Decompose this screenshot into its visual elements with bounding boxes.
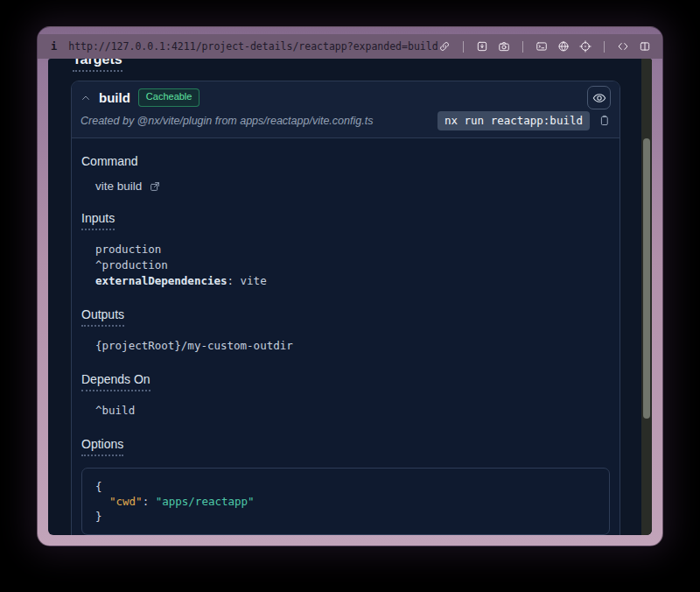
build-card-body: Command vite build Inputs production ^pr… bbox=[72, 138, 620, 535]
globe-icon[interactable] bbox=[557, 40, 570, 53]
toolbar-divider bbox=[463, 41, 464, 53]
outputs-list: {projectRoot}/my-custom-outdir bbox=[95, 338, 610, 354]
link-icon[interactable] bbox=[438, 40, 451, 53]
run-command-chip: nx run reactapp:build bbox=[438, 111, 590, 130]
command-section-heading: Command bbox=[81, 154, 610, 168]
run-command-group: nx run reactapp:build bbox=[438, 111, 611, 130]
inputs-list: production ^production externalDependenc… bbox=[95, 242, 610, 289]
target-locate-icon[interactable] bbox=[579, 40, 592, 53]
json-line: "cwd": "apps/reactapp" bbox=[95, 494, 596, 509]
input-item: ^production bbox=[95, 257, 610, 273]
depends-on-item: ^build bbox=[95, 403, 610, 419]
target-card-build: build Cacheable Created by @nx/vite/plug… bbox=[71, 81, 620, 535]
created-by-text: Created by @nx/vite/plugin from apps/rea… bbox=[80, 115, 373, 127]
cacheable-badge: Cacheable bbox=[138, 88, 200, 106]
scrollbar-thumb[interactable] bbox=[643, 138, 650, 419]
output-item: {projectRoot}/my-custom-outdir bbox=[95, 338, 610, 354]
outputs-section-heading: Outputs bbox=[81, 307, 610, 327]
camera-icon[interactable] bbox=[498, 40, 510, 53]
terminal-icon[interactable] bbox=[536, 40, 548, 53]
json-line: } bbox=[95, 509, 596, 524]
view-target-details-button[interactable] bbox=[587, 86, 611, 109]
eye-icon bbox=[592, 91, 606, 105]
screenshot-save-icon[interactable] bbox=[476, 40, 488, 53]
copy-command-button[interactable] bbox=[598, 114, 611, 127]
browser-window: i http://127.0.0.1:4211/project-details/… bbox=[37, 26, 663, 546]
target-name: build bbox=[99, 90, 130, 105]
split-view-icon[interactable] bbox=[639, 40, 651, 53]
input-item: externalDependencies: vite bbox=[95, 273, 610, 289]
toolbar-divider bbox=[604, 41, 605, 53]
scrollbar-track[interactable] bbox=[641, 59, 652, 535]
project-details-page: Targets build Cacheable Created by @nx/v… bbox=[48, 59, 652, 535]
depends-on-list: ^build bbox=[95, 403, 610, 419]
options-section-heading: Options bbox=[81, 437, 610, 456]
build-header-row[interactable]: build Cacheable bbox=[80, 86, 611, 109]
targets-heading: Targets bbox=[73, 59, 652, 72]
build-card-header: build Cacheable Created by @nx/vite/plug… bbox=[72, 81, 620, 138]
depends-on-section-heading: Depends On bbox=[81, 372, 610, 391]
command-value: vite build bbox=[95, 180, 610, 193]
copy-icon bbox=[598, 114, 611, 127]
browser-titlebar: i http://127.0.0.1:4211/project-details/… bbox=[38, 34, 662, 59]
input-item: production bbox=[95, 242, 610, 257]
info-glyph: i bbox=[51, 40, 57, 53]
inputs-section-heading: Inputs bbox=[81, 211, 610, 230]
toolbar-divider bbox=[522, 41, 523, 53]
options-json-block: { "cwd": "apps/reactapp" } bbox=[81, 468, 610, 535]
external-link-icon[interactable] bbox=[149, 180, 161, 193]
code-icon[interactable] bbox=[617, 40, 629, 53]
build-subheader-row: Created by @nx/vite/plugin from apps/rea… bbox=[80, 109, 611, 131]
url-field[interactable]: http://127.0.0.1:4211/project-details/re… bbox=[68, 40, 438, 53]
command-text: vite build bbox=[95, 180, 142, 193]
chevron-up-icon[interactable] bbox=[80, 93, 91, 103]
titlebar-toolbar bbox=[438, 40, 651, 53]
json-line: { bbox=[95, 479, 596, 494]
